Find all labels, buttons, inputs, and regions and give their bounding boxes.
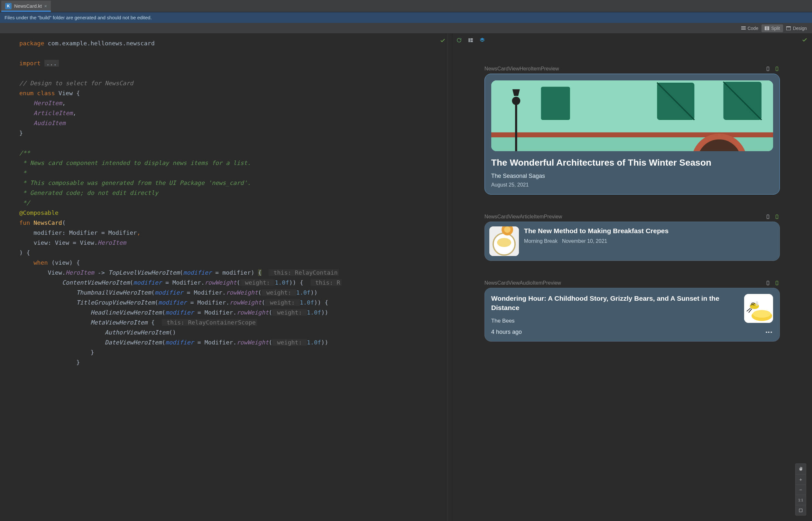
code-editor-pane[interactable]: package com.example.hellonews.newscard i… (0, 34, 452, 521)
article-headline: The New Method to Making Breakfast Crepe… (524, 226, 775, 235)
article-author: Morning Break (524, 238, 558, 244)
refresh-icon[interactable] (455, 37, 463, 44)
preview-audio-block: NewsCardViewAudioItemPreview Wondering H… (484, 280, 780, 342)
audio-author: The Bees (491, 318, 738, 324)
svg-rect-22 (767, 281, 769, 285)
svg-rect-2 (470, 41, 473, 42)
banner-text: Files under the "build" folder are gener… (4, 15, 152, 20)
preview-canvas[interactable]: NewsCardViewHeroItemPreview (452, 47, 812, 521)
hero-thumbnail-image (491, 81, 773, 151)
svg-point-21 (504, 226, 511, 233)
deploy-to-device-icon[interactable] (765, 214, 771, 220)
interactive-preview-icon[interactable] (774, 214, 780, 220)
svg-rect-10 (541, 87, 570, 120)
zoom-in-button[interactable]: + (796, 474, 806, 484)
svg-point-19 (497, 238, 511, 247)
design-toolbar (452, 34, 812, 47)
hero-date: August 25, 2021 (491, 182, 773, 188)
tab-label: NewsCard.kt (14, 3, 42, 9)
svg-rect-16 (776, 215, 778, 219)
audio-headline: Wondering Hour: A Childhood Story, Grizz… (491, 294, 738, 313)
tab-active-indicator (1, 10, 51, 12)
preview-article-block: NewsCardViewArticleItemPreview (484, 214, 780, 261)
editor-scrollbar[interactable] (448, 34, 452, 521)
generated-file-warning-banner: Files under the "build" folder are gener… (0, 12, 812, 23)
article-thumbnail-image (489, 226, 519, 256)
article-date: November 10, 2021 (562, 238, 607, 244)
hero-card: The Wonderful Architectures of This Wint… (484, 74, 780, 195)
svg-rect-23 (776, 281, 778, 285)
audio-card: Wondering Hour: A Childhood Story, Grizz… (484, 288, 780, 342)
code-lines-icon (741, 26, 746, 30)
svg-rect-15 (767, 215, 769, 219)
audio-thumbnail-image (744, 294, 773, 323)
svg-point-30 (756, 301, 758, 306)
inspection-status-icon[interactable] (440, 38, 446, 43)
svg-rect-4 (776, 67, 778, 71)
zoom-fit-button[interactable] (796, 505, 806, 515)
workspace: package com.example.hellonews.newscard i… (0, 34, 812, 521)
zoom-out-button[interactable]: − (796, 484, 806, 495)
design-icon (786, 26, 791, 30)
pan-tool-icon[interactable] (796, 464, 806, 474)
mode-design-button[interactable]: Design (783, 24, 810, 32)
svg-rect-1 (470, 38, 473, 40)
preview-label: NewsCardViewAudioItemPreview (484, 280, 561, 286)
close-icon[interactable]: × (44, 3, 47, 9)
article-card: The New Method to Making Breakfast Crepe… (484, 222, 780, 261)
preview-label: NewsCardViewArticleItemPreview (484, 214, 562, 220)
audio-timestamp: 4 hours ago (491, 329, 522, 335)
editor-tab-bar: NewsCard.kt × (0, 0, 812, 12)
svg-rect-3 (767, 67, 769, 71)
svg-rect-31 (799, 509, 802, 512)
editor-gutter[interactable] (0, 34, 19, 521)
zoom-controls: + − 1:1 (795, 463, 806, 516)
hero-author: The Seasonal Sagas (491, 173, 773, 179)
mode-code-button[interactable]: Code (738, 24, 762, 32)
view-mode-bar: Code Split Design (0, 23, 812, 34)
preview-status-icon (802, 37, 808, 43)
mode-split-button[interactable]: Split (762, 24, 783, 32)
design-preview-pane: NewsCardViewHeroItemPreview (452, 34, 812, 521)
mode-split-label: Split (771, 26, 780, 31)
svg-point-26 (753, 310, 771, 318)
interactive-preview-icon[interactable] (774, 280, 780, 286)
svg-rect-0 (468, 38, 470, 42)
split-icon (765, 26, 769, 30)
layers-stack-icon[interactable] (479, 37, 486, 44)
hero-headline: The Wonderful Architectures of This Wint… (491, 157, 773, 168)
code-content[interactable]: package com.example.hellonews.newscard i… (19, 34, 448, 521)
interactive-preview-icon[interactable] (774, 66, 780, 72)
kotlin-file-icon (5, 3, 12, 9)
svg-point-14 (512, 97, 520, 105)
layout-settings-icon[interactable] (467, 37, 474, 44)
preview-hero-block: NewsCardViewHeroItemPreview (484, 66, 780, 195)
deploy-to-device-icon[interactable] (765, 280, 771, 286)
more-options-icon[interactable]: ⋮ (765, 329, 773, 335)
mode-code-label: Code (748, 26, 758, 31)
zoom-reset-button[interactable]: 1:1 (796, 495, 806, 505)
tab-newscard-kt[interactable]: NewsCard.kt × (1, 1, 51, 12)
mode-design-label: Design (793, 26, 807, 31)
preview-label: NewsCardViewHeroItemPreview (484, 66, 559, 72)
deploy-to-device-icon[interactable] (765, 66, 771, 72)
